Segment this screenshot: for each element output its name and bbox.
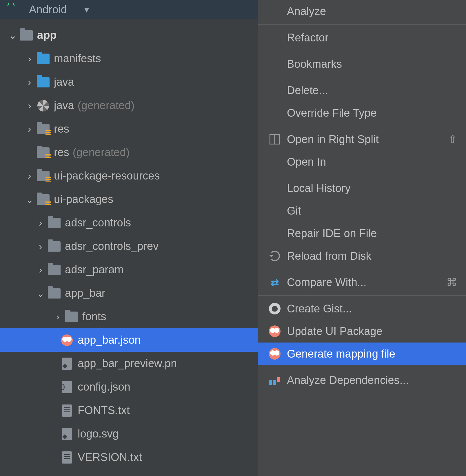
folder-icon	[48, 216, 61, 230]
tree-suffix: (generated)	[73, 146, 130, 159]
menu-item-git[interactable]: Git	[258, 199, 466, 222]
tree-label: app_bar_preview.pn	[78, 357, 177, 370]
dependencies-icon	[268, 374, 281, 387]
chevron-right-icon: ›	[34, 241, 48, 252]
tree-label: FONTS.txt	[78, 404, 130, 417]
project-tree: ⌄ app › manifests › java › java (generat…	[0, 19, 258, 469]
menu-separator	[258, 77, 466, 77]
menu-label: Delete...	[287, 84, 328, 97]
menu-label: Analyze	[287, 5, 326, 18]
reload-icon	[268, 250, 281, 262]
tree-label: config.json	[78, 381, 130, 393]
tree-label: adsr_controls	[65, 217, 131, 229]
tree-label: fonts	[82, 310, 106, 323]
resource-folder-icon	[37, 193, 50, 206]
relay-file-icon	[60, 334, 74, 347]
menu-label: Create Gist...	[287, 303, 352, 315]
resource-folder-icon	[37, 169, 50, 183]
chevron-right-icon: ›	[23, 76, 37, 88]
menu-label: Override File Type	[287, 107, 377, 119]
tree-node-res-generated[interactable]: › res (generated)	[0, 141, 258, 164]
tree-label: app_bar.json	[78, 334, 141, 346]
tree-node-app-bar-preview[interactable]: app_bar_preview.pn	[0, 352, 258, 375]
generated-folder-icon	[37, 99, 50, 112]
tree-node-app[interactable]: ⌄ app	[0, 23, 258, 47]
menu-item-analyze[interactable]: Analyze	[258, 0, 466, 23]
tree-node-adsr-controls-prev[interactable]: › adsr_controls_prev	[0, 235, 258, 258]
menu-label: Bookmarks	[287, 58, 342, 70]
tree-label: java	[54, 99, 74, 112]
menu-item-local-history[interactable]: Local History	[258, 177, 466, 199]
folder-icon	[48, 263, 61, 277]
tree-node-logo-svg[interactable]: logo.svg	[0, 422, 258, 446]
tree-node-ui-packages[interactable]: ⌄ ui-packages	[0, 188, 258, 211]
chevron-right-icon: ›	[23, 53, 37, 64]
tree-node-res[interactable]: › res	[0, 117, 258, 141]
context-menu: Analyze Refactor Bookmarks Delete... Ove…	[258, 0, 466, 476]
menu-item-analyze-dependencies[interactable]: Analyze Dependencies...	[258, 369, 466, 391]
project-view-switcher[interactable]: Android ▾	[0, 0, 258, 19]
menu-item-override-file-type[interactable]: Override File Type	[258, 102, 466, 124]
tree-node-config-json[interactable]: config.json	[0, 375, 258, 399]
split-right-icon	[268, 133, 281, 146]
tree-node-ui-package-resources[interactable]: › ui-package-resources	[0, 164, 258, 188]
folder-icon	[48, 240, 61, 253]
tree-node-version-txt[interactable]: VERSION.txt	[0, 446, 258, 469]
android-icon	[11, 5, 23, 14]
chevron-right-icon: ›	[23, 123, 37, 135]
tree-label: adsr_param	[65, 263, 124, 276]
tree-label: java	[54, 76, 74, 88]
menu-item-delete[interactable]: Delete...	[258, 79, 466, 102]
menu-label: Repair IDE on File	[287, 227, 377, 240]
tree-node-app-bar[interactable]: ⌄ app_bar	[0, 281, 258, 305]
module-folder-icon	[20, 29, 33, 42]
menu-item-repair-ide[interactable]: Repair IDE on File	[258, 222, 466, 245]
menu-label: Generate mapping file	[287, 348, 395, 360]
menu-item-open-in[interactable]: Open In	[258, 151, 466, 173]
menu-separator	[258, 269, 466, 269]
tree-label: res	[54, 123, 69, 135]
menu-item-bookmarks[interactable]: Bookmarks	[258, 53, 466, 75]
resource-folder-icon	[37, 146, 50, 159]
menu-item-compare-with[interactable]: ⇄ Compare With... ⌘	[258, 271, 466, 294]
folder-icon	[48, 287, 61, 300]
chevron-down-icon: ⌄	[6, 30, 20, 41]
tree-node-java[interactable]: › java	[0, 70, 258, 94]
text-file-icon	[60, 404, 74, 417]
tree-node-java-generated[interactable]: › java (generated)	[0, 94, 258, 117]
json-file-icon	[60, 380, 74, 394]
chevron-right-icon: ›	[23, 170, 37, 182]
menu-item-reload-from-disk[interactable]: Reload from Disk	[258, 245, 466, 267]
tree-label: manifests	[54, 52, 101, 65]
menu-label: Update UI Package	[287, 325, 383, 338]
chevron-down-icon: ⌄	[23, 194, 37, 205]
menu-item-create-gist[interactable]: Create Gist...	[258, 297, 466, 320]
folder-icon	[65, 310, 78, 323]
tree-node-fonts[interactable]: › fonts	[0, 305, 258, 328]
menu-label: Compare With...	[287, 276, 367, 289]
menu-item-generate-mapping-file[interactable]: Generate mapping file	[258, 343, 466, 365]
tree-label: adsr_controls_prev	[65, 240, 159, 252]
chevron-right-icon: ›	[23, 100, 37, 111]
menu-item-update-ui-package[interactable]: Update UI Package	[258, 320, 466, 343]
tree-label: res	[54, 146, 69, 159]
menu-separator	[258, 126, 466, 126]
relay-icon	[268, 325, 281, 338]
menu-item-open-right-split[interactable]: Open in Right Split ⇧	[258, 128, 466, 151]
menu-label: Local History	[287, 182, 351, 195]
tree-label: app_bar	[65, 287, 105, 299]
menu-label: Open In	[287, 156, 326, 168]
chevron-right-icon: ›	[34, 217, 48, 228]
menu-shortcut: ⇧	[448, 133, 457, 146]
menu-label: Analyze Dependencies...	[287, 374, 409, 387]
tree-node-manifests[interactable]: › manifests	[0, 47, 258, 70]
tree-node-fonts-txt[interactable]: FONTS.txt	[0, 399, 258, 422]
tree-node-app-bar-json[interactable]: app_bar.json	[0, 328, 258, 352]
menu-label: Refactor	[287, 32, 329, 44]
menu-item-refactor[interactable]: Refactor	[258, 26, 466, 49]
tree-suffix: (generated)	[78, 99, 134, 112]
tree-node-adsr-param[interactable]: › adsr_param	[0, 258, 258, 281]
folder-icon	[37, 52, 50, 65]
menu-separator	[258, 367, 466, 367]
tree-node-adsr-controls[interactable]: › adsr_controls	[0, 211, 258, 235]
